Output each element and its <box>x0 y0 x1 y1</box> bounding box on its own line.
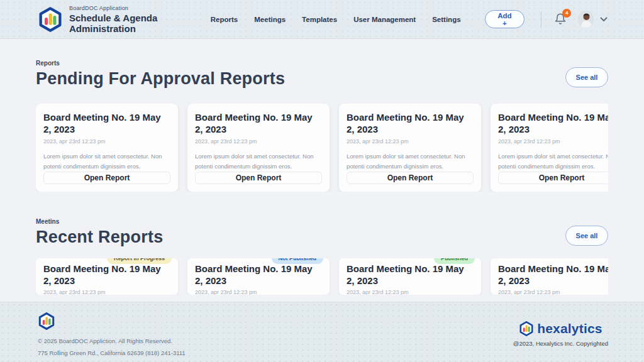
app-header: BoardDOC Application Schedule & Agenda A… <box>0 0 644 39</box>
report-description: Lorem ipsum dolor sit amet consectetur. … <box>43 151 170 172</box>
pending-report-card: Board Meeting No. 19 May 2, 2023 2023, a… <box>491 104 608 192</box>
main-content: Reports Pending For Approval Reports See… <box>0 60 644 295</box>
pending-report-card: Board Meeting No. 19 May 2, 2023 2023, a… <box>187 104 330 192</box>
nav-item-settings[interactable]: Settings <box>432 16 460 23</box>
report-title: Board Meeting No. 19 May 2, 2023 <box>43 112 170 136</box>
recent-report-card[interactable]: Not Published Board Meeting No. 19 May 2… <box>187 258 330 295</box>
report-date: 2023, apr 23rd 12:23 pm <box>498 138 608 145</box>
report-date: 2023, apr 23rd 12:23 pm <box>195 138 322 145</box>
pending-cards-row: Board Meeting No. 19 May 2, 2023 2023, a… <box>36 104 608 192</box>
recent-cards-row: Report in Progress Board Meeting No. 19 … <box>36 258 608 295</box>
recent-eyebrow: Meetins <box>36 218 163 225</box>
hexalytics-logo: hexalytics <box>513 321 608 336</box>
report-date: 2023, apr 23rd 12:23 pm <box>195 289 322 295</box>
pending-section-header: Reports Pending For Approval Reports See… <box>36 60 608 89</box>
nav-item-templates[interactable]: Templates <box>302 16 337 23</box>
footer-copyright: © 2025 BoardDOC Appliction. All Rights R… <box>38 337 186 344</box>
recent-see-all-button[interactable]: See all <box>565 226 608 246</box>
recent-report-card[interactable]: Published Board Meeting No. 19 May 2, 20… <box>339 258 481 295</box>
open-report-button[interactable]: Open Report <box>347 172 474 184</box>
report-date: 2023, apr 23rd 12:23 pm <box>347 138 474 145</box>
report-title: Board Meeting No. 19 May 2, 2023 <box>43 263 170 287</box>
app-logo[interactable]: BoardDOC Application Schedule & Agenda A… <box>38 5 211 34</box>
recent-section-title: Recent Reports <box>36 228 163 247</box>
boarddoc-footer-logo-icon <box>38 312 186 330</box>
pending-report-card: Board Meeting No. 19 May 2, 2023 2023, a… <box>36 104 178 192</box>
pending-see-all-button[interactable]: See all <box>565 67 608 87</box>
nav-item-reports[interactable]: Reports <box>211 16 238 23</box>
chevron-down-icon[interactable] <box>600 17 608 22</box>
add-button[interactable]: Add + <box>485 10 525 28</box>
report-title: Board Meeting No. 19 May 2, 2023 <box>347 112 474 136</box>
nav-item-meetings[interactable]: Meetings <box>254 16 286 23</box>
report-title: Board Meeting No. 19 May 2, 2023 <box>195 112 322 136</box>
status-badge: Not Published <box>272 258 324 264</box>
report-title: Board Meeting No. 19 May 2, 2023 <box>498 263 608 287</box>
notification-count-badge: 4 <box>562 9 571 18</box>
open-report-button[interactable]: Open Report <box>498 172 608 184</box>
status-badge: Report in Progress <box>107 258 172 264</box>
hexalytics-wordmark: hexalytics <box>537 321 602 336</box>
status-badge: Published <box>434 258 475 264</box>
report-title: Board Meeting No. 19 May 2, 2023 <box>347 263 474 287</box>
app-name: BoardDOC Application <box>69 5 211 11</box>
header-divider <box>541 11 541 28</box>
recent-report-card[interactable]: Report in Progress Board Meeting No. 19 … <box>36 258 178 295</box>
report-description: Lorem ipsum dolor sit amet consectetur. … <box>498 151 608 172</box>
report-date: 2023, apr 23rd 12:23 pm <box>43 138 170 145</box>
pending-section-title: Pending For Approval Reports <box>36 69 285 89</box>
report-date: 2023, apr 23rd 12:23 pm <box>347 289 474 295</box>
report-date: 2023, apr 23rd 12:23 pm <box>498 289 608 295</box>
pending-report-card: Board Meeting No. 19 May 2, 2023 2023, a… <box>339 104 481 192</box>
report-date: 2023, apr 23rd 12:23 pm <box>43 289 170 295</box>
report-description: Lorem ipsum dolor sit amet consectetur. … <box>347 151 474 172</box>
open-report-button[interactable]: Open Report <box>43 172 170 184</box>
boarddoc-logo-icon <box>38 7 63 32</box>
hexalytics-logo-icon <box>519 321 534 336</box>
nav-item-user-management[interactable]: User Management <box>353 16 416 23</box>
notifications-button[interactable]: 4 <box>554 13 567 26</box>
footer-address: 775 Rolling Green Rd., California 62639 … <box>38 349 186 356</box>
report-title: Board Meeting No. 19 May 2, 2023 <box>498 112 608 136</box>
main-nav: Reports Meetings Templates User Manageme… <box>211 16 461 23</box>
user-avatar[interactable] <box>578 11 594 28</box>
recent-section-header: Meetins Recent Reports See all <box>36 218 608 247</box>
open-report-button[interactable]: Open Report <box>195 172 322 184</box>
report-title: Board Meeting No. 19 May 2, 2023 <box>195 263 322 287</box>
pending-eyebrow: Reports <box>36 60 285 67</box>
page-title: Schedule & Agenda Administration <box>69 13 211 34</box>
page-footer: © 2025 BoardDOC Appliction. All Rights R… <box>0 302 644 362</box>
hexalytics-copyright: @2023, Hexalytics Inc. Copyrighted <box>513 340 608 347</box>
recent-report-card[interactable]: Board Meeting No. 19 May 2, 2023 2023, a… <box>491 258 608 295</box>
report-description: Lorem ipsum dolor sit amet consectetur. … <box>195 151 322 172</box>
